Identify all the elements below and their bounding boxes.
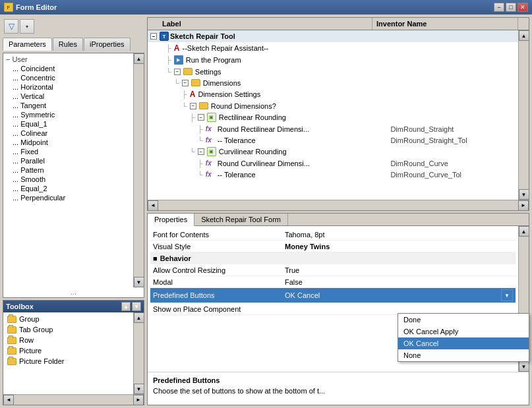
toolbox-v-scroll-down[interactable]: ▼	[134, 384, 144, 394]
props-row-modal[interactable]: Modal False	[150, 276, 516, 288]
tree-cell-inventor	[375, 47, 518, 49]
tree-scroll-up[interactable]: ▲	[519, 30, 529, 41]
param-list-scrollbar[interactable]: ▲ ▼	[133, 53, 144, 287]
tree-header: Label Inventor Name	[148, 18, 529, 30]
toolbox-v-scroll-up[interactable]: ▲	[134, 312, 144, 323]
list-item[interactable]: ... Midpoint	[5, 138, 132, 147]
tree-row[interactable]: └ − ▣ Curvilinear Rounding	[148, 146, 518, 158]
tree-scrollbar[interactable]: ▲ ▼	[518, 30, 529, 200]
toolbox-scrollbar[interactable]: ▲ ▼	[133, 312, 144, 394]
list-item[interactable]: ... Equal_1	[5, 119, 132, 129]
tree-cell-label: Sketch Repair Tool	[170, 32, 235, 40]
tab-properties[interactable]: Properties	[148, 214, 194, 226]
tree-line: └	[182, 102, 187, 110]
predefined-buttons-dropdown: Done OK Cancel Apply OK Cancel None	[398, 313, 529, 362]
tree-rows: − T Sketch Repair Tool ├ A --Sketch Repa…	[148, 30, 518, 200]
tab-parameters[interactable]: Parameters	[3, 38, 52, 51]
tree-expand-btn[interactable]: −	[174, 69, 181, 75]
props-value: Money Twins	[285, 243, 513, 250]
toolbox-h-scrollbar[interactable]: ◄ ►	[3, 394, 144, 405]
props-row-font[interactable]: Font for Contents Tahoma, 8pt	[150, 229, 516, 241]
list-item[interactable]: ... Tangent	[5, 101, 132, 110]
dropdown-item-okcancelapply[interactable]: OK Cancel Apply	[398, 326, 529, 337]
toolbox-item-row[interactable]: Row	[5, 335, 132, 345]
list-item[interactable]: ... Colinear	[5, 129, 132, 138]
tab-iproperties[interactable]: iProperties	[84, 38, 131, 51]
text-icon: A	[190, 90, 196, 99]
toolbox-item-picture[interactable]: Picture	[5, 345, 132, 356]
dropdown-item-done[interactable]: Done	[398, 314, 529, 326]
toolbox-title: Toolbox	[6, 303, 34, 310]
tab-sketchform[interactable]: Sketch Repair Tool Form	[194, 214, 288, 225]
list-item[interactable]: ... Coincident	[5, 64, 132, 73]
tree-cell-label: Dimensions	[203, 79, 241, 87]
tree-row[interactable]: ├ ▶ Run the Program	[148, 54, 518, 66]
toolbox-item-picturefolder[interactable]: Picture Folder	[5, 356, 132, 366]
left-panel: ▽ ▾ Parameters Rules iProperties − User	[3, 17, 144, 405]
list-item[interactable]: ... Pattern	[5, 165, 132, 175]
folder-icon	[7, 316, 16, 323]
tree-cell-label: -- Tolerance	[218, 171, 256, 179]
scroll-up-btn[interactable]: ▲	[134, 53, 144, 64]
tree-row[interactable]: ├ fx Round Curvilinear Dimensi... DimRou…	[148, 158, 518, 169]
list-item[interactable]: ... Vertical	[5, 92, 132, 101]
tree-row[interactable]: └ − Dimensions	[148, 77, 518, 88]
list-item[interactable]: ... Smooth	[5, 175, 132, 184]
props-row-predefbuttons[interactable]: Predefined Buttons OK Cancel ▼	[150, 288, 516, 303]
tree-h-scroll-right[interactable]: ►	[518, 200, 529, 211]
tree-row[interactable]: ├ A Dimension Settings	[148, 88, 518, 100]
list-item[interactable]: ... Parallel	[5, 156, 132, 165]
dropdown-item-none[interactable]: None	[398, 349, 529, 361]
tree-cell-label: Settings	[195, 68, 222, 76]
h-scroll-right[interactable]: ►	[133, 395, 144, 405]
tree-expand-btn[interactable]: −	[150, 33, 157, 40]
tree-line: └	[198, 171, 203, 179]
tree-scroll-down[interactable]: ▼	[519, 189, 529, 200]
tree-h-scroll-left[interactable]: ◄	[148, 200, 158, 211]
tree-row[interactable]: ├ − ▣ Rectilinear Rounding	[148, 111, 518, 123]
toolbox-content: Group Tab Group Row Picture	[3, 312, 133, 394]
tree-area: Label Inventor Name − T Sketch Repair To…	[147, 17, 529, 211]
list-item[interactable]: ... Perpendicular	[5, 193, 132, 202]
toolbox-scroll-down[interactable]: ▼	[132, 302, 141, 311]
tree-row[interactable]: └ fx -- Tolerance DimRound_Curve_Tol	[148, 169, 518, 180]
tree-cell-inventor: DimRound_Curve_Tol	[388, 170, 518, 179]
list-item[interactable]: ... Fixed	[5, 147, 132, 156]
props-row-resize[interactable]: Allow Control Resizing True	[150, 264, 516, 276]
tree-expand-btn[interactable]: −	[190, 103, 196, 109]
tree-h-scrollbar[interactable]: ◄ ►	[148, 200, 529, 210]
dropdown-button[interactable]: ▾	[20, 19, 34, 34]
h-scroll-left[interactable]: ◄	[3, 395, 14, 405]
toolbox-item-tabgroup[interactable]: Tab Group	[5, 324, 132, 335]
list-item[interactable]: ... Horizontal	[5, 82, 132, 92]
list-item[interactable]: ... Symmetric	[5, 110, 132, 119]
tree-row[interactable]: ├ A --Sketch Repair Assistant--	[148, 42, 518, 54]
close-button[interactable]: ✕	[517, 3, 528, 12]
predefined-buttons-dropdown-btn[interactable]: ▼	[501, 289, 513, 301]
tool-icon: T	[160, 32, 169, 41]
tree-expand-btn[interactable]: −	[198, 114, 204, 121]
props-scroll-down[interactable]: ▼	[519, 361, 529, 372]
param-list[interactable]: − User ... Coincident ... Concentric ...…	[3, 53, 133, 287]
dropdown-item-okcancel[interactable]: OK Cancel	[398, 337, 529, 349]
tree-row[interactable]: ├ fx Round Rectilinear Dimensi... DimRou…	[148, 123, 518, 134]
list-item[interactable]: ... Equal_2	[5, 184, 132, 193]
minimize-button[interactable]: −	[494, 3, 504, 12]
scroll-down-btn[interactable]: ▼	[134, 277, 144, 287]
toolbox-item-group[interactable]: Group	[5, 314, 132, 324]
list-item[interactable]: ... Concentric	[5, 73, 132, 82]
tree-cell-label: Rectilinear Rounding	[219, 113, 286, 121]
tree-row[interactable]: └ − Round Dimensions?	[148, 100, 518, 111]
maximize-button[interactable]: □	[506, 3, 516, 12]
app-icon: F	[4, 3, 13, 12]
tree-expand-btn[interactable]: −	[182, 80, 189, 86]
tab-rules[interactable]: Rules	[53, 38, 83, 51]
filter-button[interactable]: ▽	[4, 19, 18, 34]
props-row-visualstyle[interactable]: Visual Style Money Twins	[150, 241, 516, 252]
props-scroll-up[interactable]: ▲	[519, 226, 529, 237]
tree-expand-btn[interactable]: −	[198, 148, 204, 155]
tree-row[interactable]: └ fx -- Tolerance DimRound_Straight_Tol	[148, 134, 518, 146]
tree-row[interactable]: └ − Settings	[148, 66, 518, 77]
tree-row[interactable]: − T Sketch Repair Tool	[148, 30, 518, 42]
toolbox-scroll-up[interactable]: ▲	[121, 302, 131, 311]
